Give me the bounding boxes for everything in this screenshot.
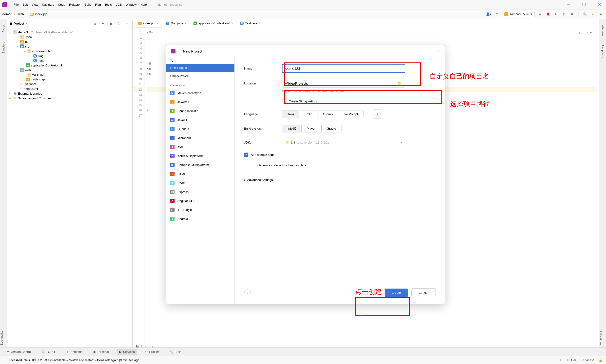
generator-item[interactable]: MMaven Archetype [166,89,234,97]
crumb-root[interactable]: demo3 [2,12,12,16]
btab-build[interactable]: 🔨Build [167,349,183,355]
btab-problems[interactable]: ⊘Problems [63,349,84,355]
stop-button[interactable]: ■ [569,11,575,17]
build-maven[interactable]: Maven [302,125,322,132]
lang-javascript[interactable]: JavaScript [338,110,363,118]
dialog-close-button[interactable]: ✕ [437,49,440,54]
gutter-database[interactable]: Database [601,24,604,36]
generator-item[interactable]: μMicronaut [166,133,234,142]
btab-version-control[interactable]: ⎇Version Control [3,349,33,355]
ide-icon[interactable]: ▶ [598,11,604,17]
btab-terminal[interactable]: ▣Terminal [91,349,110,355]
create-button[interactable]: Create [385,288,408,297]
menu-file[interactable]: File [12,3,21,6]
add-language-button[interactable]: + [373,109,382,118]
generator-item[interactable]: ◐IDE Plugin [166,205,234,214]
user-icon[interactable]: 👤▾ [486,11,491,17]
build-intellij[interactable]: IntelliJ [282,125,302,132]
menu-view[interactable]: View [30,3,40,6]
git-checkbox[interactable] [282,99,286,103]
menu-refactor[interactable]: Refactor [67,3,83,6]
crumb-file[interactable]: index.jsp [35,12,47,16]
warning-badge[interactable]: ▲ 1 [578,31,584,35]
chevron-up-icon[interactable]: ^ [586,31,588,35]
project-tree[interactable]: ▾📁demo3 C:\Users\a\IdeaProjects\demo3 ▸📁… [7,28,132,350]
help-button[interactable]: ? [244,289,251,296]
run-config-selector[interactable]: Tomcat 8.5.96 ▾ [502,11,535,17]
menu-vcs[interactable]: VCS [114,3,124,6]
sidebar-item-empty-project[interactable]: Empty Project [166,72,234,80]
tab-dog-java[interactable]: CDog.java✕ [163,20,190,28]
updates-icon[interactable]: ● [590,11,596,17]
gutter-notifications[interactable]: Notifications [599,330,602,345]
hide-icon[interactable]: ─ [124,21,130,26]
generator-item[interactable]: 🔥Jakarta EE [166,97,234,106]
onboarding-checkbox[interactable] [251,163,255,167]
minimize-button[interactable]: ─ [565,2,573,7]
search-icon[interactable]: 🔍 [582,11,588,17]
close-icon[interactable]: ✕ [156,22,159,25]
project-name-input[interactable] [282,64,405,73]
tab-appcontext[interactable]: ◆applicationContext.xml✕ [191,20,236,28]
generator-item[interactable]: ☕JavaFX [166,116,234,124]
project-panel-title[interactable]: ▤Project▾ [10,22,27,25]
lang-groovy[interactable]: Groovy [318,110,338,118]
build-gradle[interactable]: Gradle [322,125,341,132]
advanced-settings-toggle[interactable]: › Advanced Settings [244,178,436,182]
menu-code[interactable]: Code [56,3,67,6]
cancel-button[interactable]: Cancel [411,288,436,297]
gutter-endpoints[interactable]: Endpoints [601,45,604,58]
generator-item[interactable]: QQuarkus [166,124,234,133]
generator-item[interactable]: ✿Spring Initializr [166,106,234,116]
tab-test-java[interactable]: CTest.java✕ [237,20,264,28]
project-location-input[interactable]: ~\IdeaProjects 📁 [282,79,405,88]
generator-item[interactable]: 5HTML [166,169,234,178]
btab-todo[interactable]: ☲TODO [40,349,57,355]
menu-tools[interactable]: Tools [103,3,114,6]
run-button[interactable]: ▶ [537,11,543,17]
settings-icon[interactable]: ⚙ [116,21,122,26]
status-indent[interactable]: 2 spaces* [580,358,594,362]
sample-code-checkbox[interactable]: ✓ [244,153,248,157]
generator-item[interactable]: ◆Ktor [166,142,234,151]
menu-edit[interactable]: Edit [21,3,30,6]
gutter-bookmarks[interactable]: Bookmarks [0,331,3,345]
debug-button[interactable]: 🐞 [545,11,551,17]
tab-index-jsp[interactable]: JSPindex.jsp✕ [135,20,162,27]
jdk-selector[interactable]: 📁 1.8 java version "1.8.0_221" ▾ [282,139,405,146]
status-message[interactable]: Localized IntelliJ IDEA 2023.1 is availa… [9,358,140,362]
status-icon[interactable]: ☐ [3,358,6,362]
menu-help[interactable]: Help [138,3,149,6]
browse-folder-icon[interactable]: 📁 [398,81,402,85]
menu-navigate[interactable]: Navigate [40,3,56,6]
close-button[interactable]: ✕ [595,2,604,7]
tabs-more-icon[interactable]: ⋮ [591,21,596,26]
generator-item[interactable]: ◉Compose Multiplatform [166,160,234,169]
generator-item[interactable]: ⚛React [166,178,234,187]
breadcrumb[interactable]: demo3 〉 web 〉 JSP index.jsp [2,12,47,16]
collapse-all-icon[interactable]: ≣ [108,21,114,26]
lang-kotlin[interactable]: Kotlin [299,110,318,118]
status-encoding[interactable]: UTF-8 [567,358,576,362]
select-opened-icon[interactable]: ⊕ [92,21,98,26]
generator-item[interactable]: KKotlin Multiplatform [166,151,234,160]
generator-item[interactable]: AAngular CLI [166,196,234,205]
gutter-project[interactable]: Project [2,24,5,32]
menu-window[interactable]: Window [124,3,138,6]
btab-services[interactable]: ▶Services [117,349,137,355]
generator-item[interactable]: exExpress [166,187,234,196]
menu-build[interactable]: Build [83,3,93,6]
btab-profiler[interactable]: ⊙Profiler [143,349,161,355]
status-lf[interactable]: LF [559,358,562,362]
expand-all-icon[interactable]: ≡ [100,21,106,26]
chevron-down-icon[interactable]: v [590,31,592,35]
crumb-mid[interactable]: web [18,12,24,16]
maximize-button[interactable]: ☐ [580,2,588,7]
coverage-button[interactable]: ↻ [553,11,559,17]
status-lock-icon[interactable]: 🔒 [599,358,603,362]
generator-search-input[interactable] [169,58,231,62]
generator-item[interactable]: ▲Android [166,214,234,223]
lang-java[interactable]: Java [282,110,299,118]
sidebar-item-new-project[interactable]: New Project [166,64,234,72]
back-icon[interactable]: ↶ [494,11,499,17]
